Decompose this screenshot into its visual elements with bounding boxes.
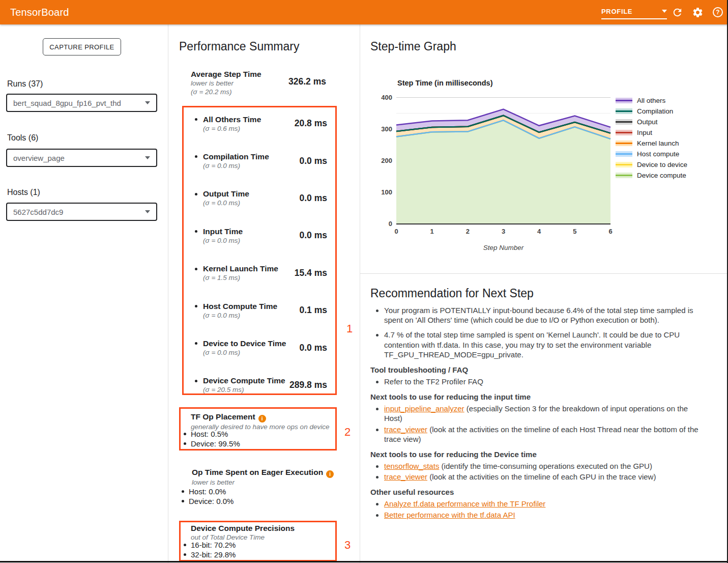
hosts-select[interactable]: 5627c5dd7dc9 [6,203,157,221]
stat-line: Host: 0.0% [182,487,334,496]
metric-value: 0.0 ms [300,343,327,353]
metric-value: 0.0 ms [300,230,327,241]
tools-select[interactable]: overview_page [6,149,157,167]
recommendation-title: Recommendation for Next Step [370,287,706,300]
legend-label: All others [637,97,665,104]
metric-label: Device Compute Time [203,376,285,385]
runs-select[interactable]: bert_squad_8gpu_fp16_pvt_thd [6,94,157,112]
legend-label: Device compute [637,172,686,179]
metric-row: Kernel Launch Time(σ = 1.5 ms)15.4 ms [184,255,335,292]
metric-sigma: (σ = 0.0 ms) [203,236,243,245]
tools-select-value: overview_page [13,154,65,162]
tools-label: Tools (6) [7,133,38,143]
y-tick-label: 100 [381,188,392,196]
legend-swatch [616,98,632,103]
dashboard-selector-label: PROFILE [601,8,632,15]
recommendation-subhead: Next tools to use for reducing the input… [370,392,706,402]
metric-sigma: (σ = 0.0 ms) [203,311,277,320]
bullet-icon [195,118,197,121]
recommendation-item: input_pipeline_analyzer (especially Sect… [384,404,706,423]
metric-sigma: (σ = 20.2 ms) [191,88,328,96]
metric-value: 0.0 ms [300,193,327,204]
y-tick-label: 0 [389,220,392,228]
gear-icon [692,7,704,18]
bullet-icon [182,500,184,502]
legend-item: Device to device [616,159,687,170]
metric-label: Device to Device Time [203,339,286,348]
bullet-icon [184,544,186,546]
legend-item: Device compute [616,170,687,181]
bullet-icon [184,553,186,556]
help-button[interactable]: ? [708,2,728,22]
info-icon[interactable]: i [258,415,266,423]
metric-sigma: (σ = 0.0 ms) [203,348,286,357]
recommendation-subhead: Tool troubleshooting / FAQ [370,365,706,375]
legend-item: Output [616,117,687,127]
tool-link[interactable]: trace_viewer [384,472,427,481]
eager-execution-block: Op Time Spent on Eager Executioni lower … [192,467,334,506]
bullet-icon [195,230,197,233]
metric-label: Compilation Time [203,152,269,161]
annotation-number-3: 3 [344,539,351,552]
metric-sigma: (σ = 20.5 ms) [203,385,285,394]
hosts-label: Hosts (1) [7,188,40,197]
refresh-button[interactable] [667,2,687,22]
tool-link[interactable]: Analyze tf.data performance with the TF … [384,499,545,508]
capture-profile-button[interactable]: CAPTURE PROFILE [43,38,121,55]
annotation-box-3: Device Compute Precisions out of Total D… [179,521,337,561]
average-step-time-value: 326.2 ms [288,76,326,87]
legend-swatch [616,162,632,167]
legend-swatch [616,151,632,157]
annotation-number-2: 2 [344,426,351,439]
tool-link[interactable]: tensorflow_stats [384,462,439,470]
settings-button[interactable] [687,2,708,22]
eager-note: lower is better [192,478,334,487]
legend-swatch [616,130,632,135]
metric-sigma: (σ = 0.0 ms) [203,161,269,170]
metric-label: Input Time [203,227,243,236]
metric-value: 15.4 ms [295,268,327,278]
legend-item: Compilation [616,106,687,117]
legend-label: Host compute [637,150,679,158]
legend-swatch [616,108,632,114]
metric-label: Host Compute Time [203,301,277,311]
legend-label: Input [637,129,652,136]
metric-sigma: (σ = 0.6 ms) [203,124,261,133]
recommendation-subhead: Other useful resources [370,487,706,497]
x-tick-label: 4 [537,228,541,235]
chevron-down-icon [145,210,150,213]
metric-value: 289.8 ms [289,380,327,390]
recommendation-item: Better performance with the tf.data API [384,510,706,520]
bullet-icon [184,433,186,435]
metric-sigma: (σ = 1.5 ms) [203,273,278,282]
x-tick-label: 6 [608,228,612,235]
bullet-icon [195,268,197,270]
recommendation-item: Refer to the TF2 Profiler FAQ [384,377,706,386]
x-axis-title: Step Number [483,244,524,251]
bullet-icon [182,490,184,493]
info-icon[interactable]: i [326,470,334,478]
runs-label: Runs (37) [7,79,43,89]
recommendation-subhead: Next tools to use for reducing the Devic… [370,449,706,459]
metric-row: Device Compute Time(σ = 20.5 ms)289.8 ms [184,367,335,395]
annotation-box-1: All Others Time(σ = 0.6 ms)20.8 msCompil… [182,106,337,395]
legend-item: Input [616,127,687,138]
dashboard-selector[interactable]: PROFILE [601,8,667,19]
precisions-title: Device Compute Precisions [191,523,335,533]
x-tick-label: 5 [573,228,576,235]
tool-link[interactable]: Better performance with the tf.data API [384,511,515,519]
metric-label: Output Time [203,189,249,199]
step-time-panel: Step-time Graph Step Time (in millisecon… [360,24,728,563]
chevron-down-icon [145,101,150,104]
legend-swatch [616,140,632,146]
metric-row: Output Time(σ = 0.0 ms)0.0 ms [184,180,335,217]
stat-line: Device: 0.0% [182,496,334,506]
metric-row: Host Compute Time(σ = 0.0 ms)0.1 ms [184,292,335,329]
recommendation-section: Recommendation for Next Step Your progra… [370,287,706,521]
tool-link[interactable]: input_pipeline_analyzer [384,404,464,413]
chart-title: Step Time (in milliseconds) [397,79,493,87]
area-device-compute [396,120,610,223]
recommendation-item: tensorflow_stats (identify the time-cons… [384,461,706,471]
legend-label: Kernel launch [637,139,679,147]
tool-link[interactable]: trace_viewer [384,425,427,434]
